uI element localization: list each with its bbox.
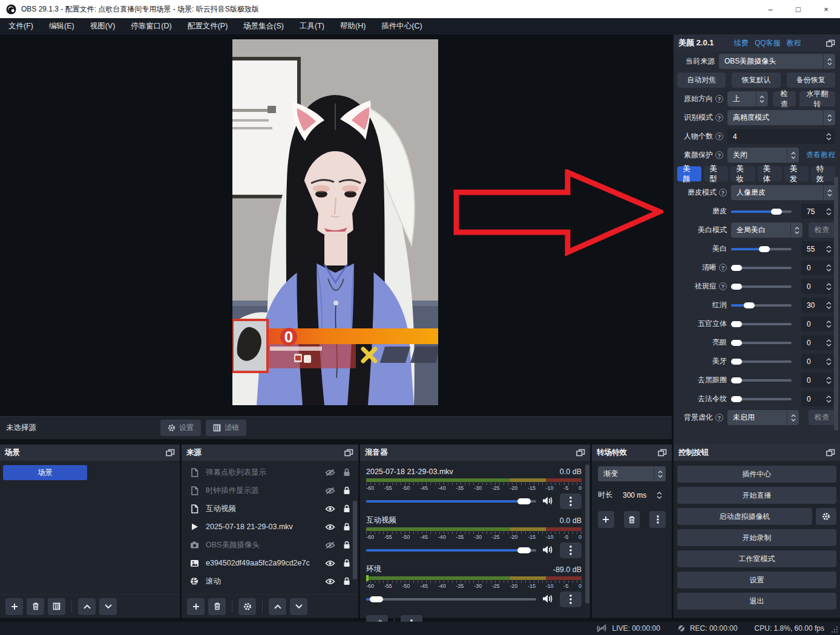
help-icon[interactable]: ? [715,95,723,103]
scene-list-item[interactable]: 场景 [3,465,87,480]
settings-button[interactable]: 设置 [677,572,836,588]
eye-icon[interactable] [324,578,335,585]
volume-slider[interactable] [366,546,536,555]
transition-menu-button[interactable] [649,511,666,528]
dark-circles-value-spinbox[interactable]: 0 [801,373,835,388]
chevron-updown-icon[interactable] [655,492,666,499]
makeup-protect-dropdown[interactable]: 关闭 [727,148,799,163]
eye-slash-icon[interactable] [324,469,335,477]
lock-icon[interactable] [341,504,352,513]
detect-mode-dropdown[interactable]: 高精度模式 [727,110,835,125]
blemish-value-spinbox[interactable]: 0 [801,279,835,294]
source-row[interactable]: 2025-07-18 21-29-03.mkv [182,518,358,536]
rosy-value-spinbox[interactable]: 30 [801,298,835,313]
mixer-channel-menu-button[interactable] [560,542,582,558]
remove-source-button[interactable] [208,598,226,615]
menu-file[interactable]: 文件(F) [8,21,33,31]
lock-icon[interactable] [341,523,352,531]
virtual-camera-config-button[interactable] [816,508,836,525]
tab-body[interactable]: 美体 [758,166,782,181]
source-row[interactable]: OBS美颜摄像头 [182,536,358,554]
volume-slider[interactable] [366,595,536,604]
tab-effects[interactable]: 特效 [811,166,835,181]
bg-blur-dropdown[interactable]: 未启用 [727,410,799,425]
orientation-check-button[interactable]: 检查 [773,91,796,106]
mixer-scrollbar[interactable] [585,464,589,604]
plugin-center-button[interactable]: 插件中心 [677,466,836,483]
teeth-value-spinbox[interactable]: 0 [801,354,835,369]
smooth-mode-dropdown[interactable]: 人像磨皮 [731,185,835,200]
menu-profile[interactable]: 配置文件(P) [188,21,228,31]
popout-icon[interactable] [826,39,835,47]
menu-view[interactable]: 视图(V) [90,21,116,31]
help-icon[interactable]: ? [715,151,723,159]
bright-eyes-value-spinbox[interactable]: 0 [801,335,835,350]
source-filters-button[interactable]: 滤镜 [206,420,246,436]
smooth-value-spinbox[interactable]: 75 [801,204,835,219]
help-icon[interactable]: ? [719,282,727,290]
whiten-mode-dropdown[interactable]: 全局美白 [731,223,802,238]
speaker-icon[interactable] [542,594,554,605]
move-source-up-button[interactable] [269,598,286,615]
mixer-channel-menu-button[interactable] [560,591,582,607]
rosy-slider[interactable] [731,301,792,310]
start-virtual-camera-button[interactable]: 启动虚拟摄像机 [677,508,812,525]
renew-link[interactable]: 续费 [734,38,749,48]
menu-scene-collection[interactable]: 场景集合(S) [243,21,284,31]
maximize-button[interactable]: □ [784,0,812,18]
move-scene-down-button[interactable] [99,598,117,615]
qq-support-link[interactable]: QQ客服 [755,38,781,48]
add-transition-button[interactable] [598,511,614,528]
whiten-check-button[interactable]: 检查 [809,223,835,238]
move-scene-up-button[interactable] [78,598,96,615]
studio-mode-button[interactable]: 工作室模式 [677,550,836,567]
flip-horizontal-button[interactable]: 水平翻转 [799,91,835,106]
scene-filters-button[interactable] [48,598,65,615]
source-properties-toolbar-button[interactable] [238,598,256,615]
help-icon[interactable]: ? [719,189,727,197]
current-source-dropdown[interactable]: OBS美颜摄像头 [719,54,835,69]
lock-icon[interactable] [341,559,352,567]
autofocus-button[interactable]: 自动对焦 [677,73,726,88]
eye-icon[interactable] [324,505,335,513]
people-count-spinbox[interactable]: 4 [727,129,835,144]
add-source-button[interactable] [187,598,205,615]
teeth-slider[interactable] [731,357,792,366]
bg-blur-check-button[interactable]: 检查 [809,410,835,425]
popout-icon[interactable] [826,449,835,457]
source-row[interactable]: 互动视频 [182,500,358,518]
help-icon[interactable]: ? [715,414,723,422]
bright-eyes-slider[interactable] [731,339,792,347]
popout-icon[interactable] [166,449,175,457]
remove-transition-button[interactable] [624,511,640,528]
eye-icon[interactable] [324,559,335,567]
whiten-slider[interactable] [731,245,792,253]
lock-icon[interactable] [341,541,352,549]
clarity-slider[interactable] [731,264,792,272]
close-button[interactable]: × [812,0,840,18]
duration-spinbox[interactable]: 300 ms [617,487,666,503]
beauty-scrollbar[interactable] [834,177,838,431]
tab-face-shape[interactable]: 美型 [704,166,728,181]
menu-edit[interactable]: 编辑(E) [49,21,74,31]
clarity-value-spinbox[interactable]: 0 [801,260,835,275]
source-row[interactable]: e394502df49aa5fc2a99cd2e7c [182,554,358,572]
start-recording-button[interactable]: 开始录制 [677,529,836,546]
menu-help[interactable]: 帮助(H) [340,21,366,31]
restore-default-button[interactable]: 恢复默认 [732,73,780,88]
lock-icon[interactable] [341,468,352,477]
blemish-slider[interactable] [731,282,792,291]
lock-icon[interactable] [341,486,352,495]
eye-slash-icon[interactable] [324,487,335,495]
remove-scene-button[interactable] [27,598,44,615]
popout-icon[interactable] [344,449,353,457]
resize-grip[interactable] [831,626,838,633]
exit-button[interactable]: 退出 [677,593,836,610]
menu-plugin-center[interactable]: 插件中心(C) [381,21,422,31]
nasolabial-slider[interactable] [731,395,792,403]
nasolabial-value-spinbox[interactable]: 0 [801,391,835,406]
minimize-button[interactable]: – [756,0,784,18]
lock-icon[interactable] [341,577,352,585]
speaker-icon[interactable] [542,496,554,507]
speaker-icon[interactable] [542,545,554,556]
